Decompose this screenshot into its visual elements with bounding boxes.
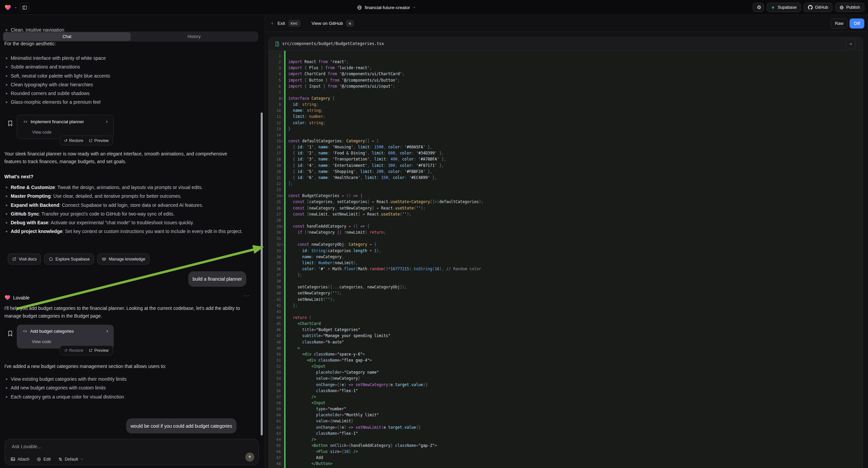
project-switcher[interactable]: financial-future-creator [357, 0, 416, 15]
code-line: 21 { id: '6', name: 'Healthcare', limit:… [269, 175, 863, 181]
fold-chevron-icon[interactable]: ∨ [281, 193, 284, 199]
fold-chevron-icon[interactable]: ∨ [281, 242, 284, 248]
explore-supabase-button[interactable]: Explore Supabase [44, 254, 94, 265]
chat-history-tabs: Chat History [3, 32, 258, 41]
code-line: 3import { Plus } from 'lucide-react'; [269, 65, 863, 71]
preview-button[interactable]: Preview [87, 138, 111, 143]
chevron-left-icon[interactable] [271, 22, 274, 25]
prompt-placeholder: Ask Lovable... [12, 444, 41, 449]
code-line: 34 name: newCategory, [269, 254, 863, 260]
tab-history[interactable]: History [130, 32, 258, 41]
visit-docs-button[interactable]: Visit docs [8, 254, 41, 265]
sliders-icon [58, 457, 63, 462]
project-chevron-down-icon [413, 6, 416, 9]
version-card-title: Implement financial planner [31, 119, 84, 124]
chevron-right-icon [105, 329, 109, 333]
prompt-input[interactable]: Ask Lovable... Attach Edit Default [5, 439, 259, 465]
exit-button[interactable]: Exit [277, 21, 285, 26]
code-line: 55 onChange={(e) => setNewCategory(e.tar… [269, 382, 863, 388]
panel-left-icon [22, 5, 27, 10]
list-item: Clean typography with clear hierarchies [5, 80, 257, 89]
code-line: 45 <ChartCard [269, 321, 863, 327]
code-line: 26 const [newCategory, setNewCategory] =… [269, 205, 863, 211]
file-path: src/components/budget/BudgetCategories.t… [282, 41, 384, 46]
collapse-file-button[interactable] [845, 39, 856, 49]
code-line: 48 className="h-auto" [269, 339, 863, 345]
esc-key-badge: ESC [288, 20, 300, 27]
code-line: 40 setNewCategory(''); [269, 290, 863, 296]
list-item: Refine & Customize: Tweak the design, an… [5, 183, 249, 192]
code-line: 8∨interface Category { [269, 95, 863, 101]
design-heading: For the design aesthetic: [4, 41, 56, 46]
supabase-button[interactable]: Supabase [767, 3, 801, 12]
file-header[interactable]: src/components/budget/BudgetCategories.t… [269, 37, 863, 51]
message-menu-button[interactable]: ··· [244, 292, 250, 298]
chat-scrollbar-thumb[interactable] [261, 113, 263, 435]
workspace-chevron-down-icon[interactable] [14, 6, 17, 9]
code-line: 15∨const defaultCategories: Category[] =… [269, 138, 863, 144]
model-selector[interactable]: Default [58, 457, 83, 462]
code-line: 59 type="number" [269, 406, 863, 412]
version-card-title: Add budget categories [30, 329, 74, 334]
fold-chevron-icon[interactable]: ∨ [281, 224, 284, 230]
user-message-bubble: would be cool if you could add budget ca… [126, 418, 237, 433]
code-line: 49 > [269, 345, 863, 351]
tab-chat[interactable]: Chat [3, 32, 130, 41]
code-line: 51 <div className="flex gap-4"> [269, 357, 863, 363]
code-lines: 12import React from 'react';3import { Pl… [269, 53, 863, 467]
arrow-up-icon [248, 455, 252, 459]
feature-bullet-list: View existing budget categories with the… [5, 375, 253, 401]
view-code-link[interactable]: View code [32, 340, 51, 344]
design-bullet-list: Minimalist interface with plenty of whit… [5, 54, 257, 107]
fold-chevron-icon[interactable]: ∨ [281, 96, 284, 102]
code-line: 60 placeholder="Monthly limit" [269, 412, 863, 418]
send-button[interactable] [245, 452, 254, 462]
github-button[interactable]: GitHub [804, 3, 832, 12]
raw-toggle-button[interactable]: Raw [831, 19, 847, 29]
view-code-link[interactable]: View code [32, 130, 51, 135]
lovable-logo-heart-icon[interactable] [4, 4, 11, 11]
diff-toggle-button[interactable]: Diff [849, 19, 864, 29]
restore-button[interactable]: ↺Restore [62, 138, 85, 143]
code-line: 56 className="flex-1" [269, 388, 863, 394]
gear-icon: ⚙ [757, 4, 761, 10]
settings-button[interactable]: ⚙ [752, 3, 764, 12]
next-steps-list: Refine & Customize: Tweak the design, an… [5, 183, 249, 236]
preview-button[interactable]: Preview [87, 348, 111, 353]
view-on-github-button[interactable]: View on GitHub [312, 21, 343, 26]
edit-mode-button[interactable]: Edit [37, 457, 51, 462]
code-editor[interactable]: 12import React from 'react';3import { Pl… [269, 51, 863, 468]
fold-chevron-icon[interactable]: ∨ [281, 138, 284, 144]
code-line: 14 [269, 132, 863, 138]
code-line: 47 subtitle="Manage your spending limits… [269, 333, 863, 339]
restore-button[interactable]: ↺Restore [62, 348, 85, 353]
assistant-paragraph: I'll help you add budget categories to t… [4, 304, 249, 320]
code-line: 46 title="Budget Categories" [269, 327, 863, 333]
attach-button[interactable]: Attach [10, 457, 29, 462]
list-item: Minimalist interface with plenty of whit… [5, 54, 257, 62]
app-root: financial-future-creator ⚙ Supabase GitH… [0, 0, 868, 468]
bookmark-icon[interactable] [7, 120, 13, 126]
code-line: 44 return ( [269, 315, 863, 321]
code-line: 63 className="flex-1" [269, 430, 863, 436]
image-icon [10, 457, 16, 462]
bookmark-icon[interactable] [7, 330, 13, 337]
chevron-down-icon [80, 458, 83, 461]
list-item: Soft, neutral color palette with light b… [5, 71, 257, 80]
version-actions-pill: ↺Restore Preview [60, 136, 113, 145]
publish-button[interactable]: Publish [835, 3, 864, 12]
code-line: 25 const [categories, setCategories] = R… [269, 199, 863, 205]
code-line: 36 color: '#' + Math.floor(Math.random()… [269, 266, 863, 272]
assistant-paragraph: I've added a new budget categories manag… [4, 362, 254, 370]
code-line: 28 [269, 217, 863, 223]
quick-action-row: Visit docs Explore Supabase Manage knowl… [8, 254, 150, 265]
list-item: Master Prompting: Use clear, detailed, a… [5, 192, 249, 200]
external-link-icon [12, 257, 17, 261]
supabase-bolt-icon [771, 5, 775, 10]
code-line: 64 /> [269, 436, 863, 442]
manage-knowledge-button[interactable]: Manage knowledge [97, 254, 149, 265]
code-line: 67 Add [269, 455, 863, 461]
sidebar-toggle-button[interactable] [20, 3, 29, 12]
g-key-badge: G [346, 20, 354, 27]
version-card-add-budget-categories[interactable]: Add budget categories View code [17, 325, 114, 349]
